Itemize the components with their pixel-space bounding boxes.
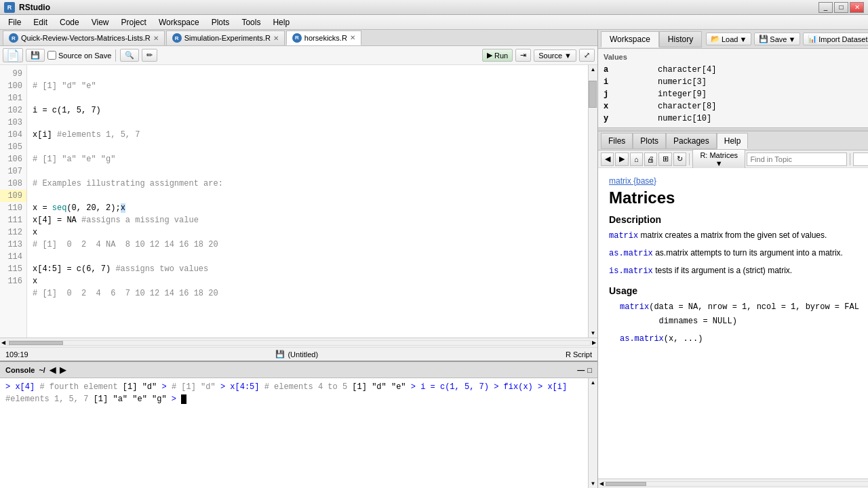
maximize-button[interactable]: □ xyxy=(834,2,848,13)
help-title: Matrices xyxy=(609,188,868,207)
help-home-button[interactable]: ⌂ xyxy=(630,152,643,166)
load-icon: 📂 xyxy=(711,35,720,43)
value-name-y[interactable]: y xyxy=(604,114,658,123)
tab-workspace[interactable]: Workspace xyxy=(601,31,659,47)
console-back-icon[interactable]: ◀ xyxy=(50,365,56,375)
titlebar-left: R RStudio xyxy=(4,2,50,13)
source-dropdown[interactable]: ▼ xyxy=(564,52,572,60)
save-workspace-button[interactable]: 💾 Save ▼ xyxy=(754,33,800,45)
console-forward-icon[interactable]: ▶ xyxy=(60,365,66,375)
menu-code[interactable]: Code xyxy=(54,16,85,28)
r-matrices-dropdown[interactable]: R: Matrices ▼ xyxy=(692,149,745,169)
scroll-thumb[interactable] xyxy=(589,81,597,108)
line-num-106: 106 xyxy=(0,153,26,165)
help-h-scroll-thumb[interactable] xyxy=(606,482,646,486)
value-name-i[interactable]: i xyxy=(604,77,658,87)
edit-button[interactable]: ✏ xyxy=(142,49,157,62)
save-button[interactable]: 💾 xyxy=(26,49,45,62)
source-button[interactable]: Source ▼ xyxy=(534,49,576,62)
right-panel: Workspace History 📂 Load ▼ 💾 Save ▼ 📊 Im… xyxy=(598,30,868,488)
line-num-102: 102 xyxy=(0,104,26,117)
file-name: (Untitled) xyxy=(288,350,318,359)
tab-packages[interactable]: Packages xyxy=(666,133,717,149)
menu-workspace[interactable]: Workspace xyxy=(153,16,205,28)
console-expand[interactable]: □ xyxy=(587,366,592,374)
console-content[interactable]: > x[4] # fourth element [1] "d" > # [1] … xyxy=(0,378,588,488)
nav-sep2 xyxy=(850,153,850,165)
save-dropdown-icon[interactable]: ▼ xyxy=(788,35,795,43)
help-search-input[interactable] xyxy=(853,152,868,166)
help-forward-button[interactable]: ▶ xyxy=(615,152,628,166)
help-back-button[interactable]: ◀ xyxy=(601,152,614,166)
tab-history[interactable]: History xyxy=(659,31,702,47)
menu-edit[interactable]: Edit xyxy=(28,16,53,28)
tab-quick-review[interactable]: R Quick-Review-Vectors-Matrices-Lists.R … xyxy=(3,30,165,45)
tab-simulation[interactable]: R Simulation-Experiments.R ✕ xyxy=(166,30,285,45)
console-scroll-down[interactable]: ▼ xyxy=(591,479,596,488)
menu-project[interactable]: Project xyxy=(116,16,152,28)
help-browser-button[interactable]: ⊞ xyxy=(658,152,671,166)
line-num-115: 115 xyxy=(0,263,26,275)
run-button[interactable]: ▶ Run xyxy=(482,49,513,62)
menu-help[interactable]: Help xyxy=(267,16,295,28)
import-dataset-button[interactable]: 📊 Import Dataset ▼ xyxy=(803,33,868,45)
menu-view[interactable]: View xyxy=(86,16,115,28)
find-in-topic-input[interactable] xyxy=(747,152,847,166)
load-button[interactable]: 📂 Load ▼ xyxy=(706,33,751,45)
load-dropdown-icon[interactable]: ▼ xyxy=(739,35,747,43)
menu-file[interactable]: File xyxy=(3,16,26,28)
help-usage-header: Usage xyxy=(609,285,868,296)
tab-close-horsekicks[interactable]: ✕ xyxy=(350,34,355,41)
expand-editor-button[interactable]: ⤢ xyxy=(579,49,595,62)
tab-horsekicks[interactable]: R horsekicks.R ✕ xyxy=(286,30,361,45)
value-name-a[interactable]: a xyxy=(604,65,658,75)
line-num-105: 105 xyxy=(0,141,26,153)
console-scroll-up[interactable]: ▲ xyxy=(591,378,596,387)
line-num-110: 110 xyxy=(0,202,26,214)
value-name-x[interactable]: x xyxy=(604,102,658,111)
cursor-blink xyxy=(181,394,186,404)
line-num-114: 114 xyxy=(0,251,26,263)
scroll-down-arrow[interactable]: ▼ xyxy=(591,329,596,338)
console-controls: — □ xyxy=(577,366,592,374)
console-vertical-scrollbar[interactable]: ▲ ▼ xyxy=(588,378,597,488)
help-refresh-button[interactable]: ↻ xyxy=(673,152,686,166)
tab-help[interactable]: Help xyxy=(717,133,749,149)
menu-tools[interactable]: Tools xyxy=(236,16,266,28)
close-button[interactable]: ✕ xyxy=(850,2,864,13)
value-name-j[interactable]: j xyxy=(604,89,658,99)
h-scroll-left[interactable]: ◀ xyxy=(1,340,5,346)
tab-plots[interactable]: Plots xyxy=(633,133,666,149)
line-num-101: 101 xyxy=(0,92,26,104)
tab-close-simulation[interactable]: ✕ xyxy=(273,35,279,42)
nav-sep xyxy=(689,153,690,165)
new-file-button[interactable]: 📄 xyxy=(3,48,23,62)
to-end-button[interactable]: ⇥ xyxy=(515,49,531,62)
code-area: 99 100 101 102 103 104 105 106 107 108 1… xyxy=(0,65,597,338)
source-on-save-checkbox[interactable] xyxy=(47,51,56,60)
search-button[interactable]: 🔍 xyxy=(120,49,139,62)
editor-vertical-scrollbar[interactable]: ▲ ▼ xyxy=(588,65,597,338)
tab-files[interactable]: Files xyxy=(601,133,633,149)
h-scroll-right[interactable]: ▶ xyxy=(592,340,596,346)
help-horizontal-scrollbar[interactable]: ◀ ▶ xyxy=(598,479,868,488)
package-link[interactable]: matrix {base} xyxy=(609,176,656,186)
horizontal-scrollbar[interactable]: ◀ ▶ xyxy=(0,338,597,347)
scroll-up-arrow[interactable]: ▲ xyxy=(591,65,596,74)
help-description-1: matrix matrix creates a matrix from the … xyxy=(609,229,868,243)
h-scroll-thumb[interactable] xyxy=(9,341,63,345)
titlebar-controls[interactable]: _ □ ✕ xyxy=(818,2,864,13)
console-minimize[interactable]: — xyxy=(577,366,585,374)
main-layout: R Quick-Review-Vectors-Matrices-Lists.R … xyxy=(0,30,868,488)
value-type-x: character[8] xyxy=(658,102,716,111)
help-print-button[interactable]: 🖨 xyxy=(644,152,657,166)
minimize-button[interactable]: _ xyxy=(818,2,833,13)
tab-close-quick-review[interactable]: ✕ xyxy=(153,35,159,42)
menubar: File Edit Code View Project Workspace Pl… xyxy=(0,15,868,30)
code-content[interactable]: # [1] "d" "e" i = c(1, 5, 7) x[i] #eleme… xyxy=(27,65,588,338)
line-num-103: 103 xyxy=(0,117,26,129)
help-content: matrix {base} R Documentation Matrices D… xyxy=(598,168,868,479)
line-num-104: 104 xyxy=(0,129,26,141)
menu-plots[interactable]: Plots xyxy=(206,16,235,28)
value-type-i: numeric[3] xyxy=(658,77,707,87)
